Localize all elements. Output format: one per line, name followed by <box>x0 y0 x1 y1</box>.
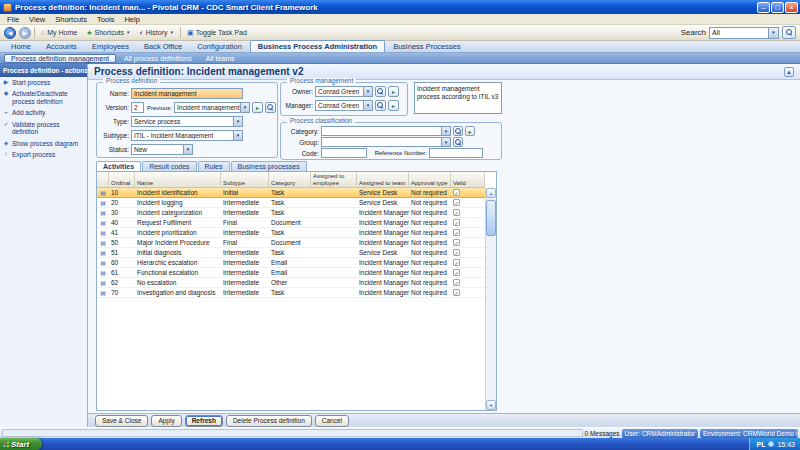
table-row[interactable]: ▤70Investigation and diagnosisIntermedia… <box>97 288 485 298</box>
previous-select[interactable]: Incident management v1 ▼ <box>174 102 250 113</box>
minimize-button[interactable]: – <box>757 2 770 13</box>
menu-shortcuts[interactable]: Shortcuts <box>50 15 92 24</box>
table-row[interactable]: ▤61Functional escalationIntermediateEmai… <box>97 268 485 278</box>
owner-select[interactable]: Conrad Green ▼ <box>315 86 373 97</box>
grid-scrollbar[interactable]: ▲ ▼ <box>485 188 496 410</box>
delete-process-definition-button[interactable]: Delete Process definition <box>226 415 312 427</box>
column-header-approval-type[interactable]: Approval type <box>409 172 451 187</box>
maximize-button[interactable]: □ <box>771 2 784 13</box>
tab-activities[interactable]: Activities <box>96 161 141 171</box>
name-value: Incident management <box>134 90 242 97</box>
check-icon: ✓ <box>453 259 460 266</box>
toggle-task-pad-button[interactable]: ▣ Toggle Task Pad <box>184 28 250 38</box>
sidebar-item-add-activity[interactable]: +Add activity <box>0 107 87 118</box>
column-header-assigned-to-employee[interactable]: Assigned to employee <box>311 172 357 187</box>
subtype-select[interactable]: ITIL - Incident Management ▼ <box>131 130 243 141</box>
status-select[interactable]: New ▼ <box>131 144 193 155</box>
code-input[interactable] <box>321 148 367 158</box>
menu-help[interactable]: Help <box>119 15 144 24</box>
manager-select[interactable]: Conrad Green ▼ <box>315 100 373 111</box>
table-row[interactable]: ▤51Initial diagnosisIntermediateTaskServ… <box>97 248 485 258</box>
sidebar-item-show-process-diagram[interactable]: ◈Show process diagram <box>0 138 87 149</box>
column-header-assigned-to-team[interactable]: Assigned to team <box>357 172 409 187</box>
previous-go-button[interactable]: ▸ <box>252 102 263 113</box>
name-input[interactable]: Incident management <box>131 88 243 99</box>
sidebar-item-export-process[interactable]: ↑Export process <box>0 149 87 160</box>
column-header-ordinal[interactable]: Ordinal <box>109 172 135 187</box>
tab-business-process-administration[interactable]: Business Process Administration <box>250 40 385 52</box>
previous-search-button[interactable] <box>265 102 276 113</box>
history-button[interactable]: ◐ History ▼ <box>137 28 177 37</box>
type-select[interactable]: Service process ▼ <box>131 116 243 127</box>
forward-button[interactable]: ▶ <box>19 27 31 39</box>
table-row[interactable]: ▤10Incident identificationInitialTaskSer… <box>97 188 485 198</box>
scroll-up-icon[interactable]: ▲ <box>486 188 496 198</box>
subtab-all-teams[interactable]: All teams <box>200 54 241 63</box>
column-header-valid[interactable]: Valid <box>451 172 485 187</box>
save-close-button[interactable]: Save & Close <box>95 415 148 427</box>
search-button[interactable] <box>782 26 796 39</box>
reference-number-input[interactable] <box>429 148 483 158</box>
cancel-button[interactable]: Cancel <box>315 415 349 427</box>
sidebar-actions: ▶Start process◆Activate/Deactivate proce… <box>0 77 87 161</box>
scroll-down-icon[interactable]: ▼ <box>486 400 496 410</box>
sidebar-item-start-process[interactable]: ▶Start process <box>0 77 87 88</box>
table-row[interactable]: ▤50Major Incident ProcedureFinalDocument… <box>97 238 485 248</box>
menu-file[interactable]: File <box>2 15 24 24</box>
language-indicator[interactable]: PL <box>757 441 766 448</box>
description-textarea[interactable]: Incident management process according to… <box>414 82 502 114</box>
tab-business-processes[interactable]: Business Processes <box>386 41 468 52</box>
cell-approval: Not required <box>409 188 451 197</box>
group-select[interactable]: ▼ <box>321 137 451 147</box>
subtab-process-definition-management[interactable]: Process definition management <box>4 54 116 63</box>
manager-open-button[interactable]: ▸ <box>388 100 399 111</box>
tab-configuration[interactable]: Configuration <box>190 41 249 52</box>
tab-back-office[interactable]: Back Office <box>137 41 189 52</box>
search-scope-select[interactable]: All ▼ <box>709 27 779 39</box>
owner-search-button[interactable] <box>375 86 386 97</box>
group-search-button[interactable] <box>453 137 463 147</box>
scrollbar-thumb[interactable] <box>486 200 496 236</box>
table-row[interactable]: ▤40Request FulfilmentFinalDocumentIncide… <box>97 218 485 228</box>
clock[interactable]: 15:43 <box>777 441 795 448</box>
version-input[interactable]: 2 <box>131 102 144 113</box>
close-button[interactable]: × <box>785 2 798 13</box>
category-select[interactable]: ▼ <box>321 126 451 136</box>
category-open-button[interactable]: ▸ <box>465 126 475 136</box>
apply-button[interactable]: Apply <box>151 415 181 427</box>
table-row[interactable]: ▤20Incident loggingIntermediateTaskServi… <box>97 198 485 208</box>
column-header-name[interactable]: Name <box>135 172 221 187</box>
refresh-button[interactable]: Refresh <box>185 415 223 427</box>
tab-business-processes[interactable]: Business processes <box>231 161 307 171</box>
manager-search-button[interactable] <box>375 100 386 111</box>
tab-employees[interactable]: Employees <box>85 41 136 52</box>
menu-view[interactable]: View <box>24 15 50 24</box>
owner-open-button[interactable]: ▸ <box>388 86 399 97</box>
collapse-icon[interactable]: ▲ <box>784 67 794 77</box>
table-row[interactable]: ▤30Incident categorizationIntermediateTa… <box>97 208 485 218</box>
sub-tab-strip: Process definition managementAll process… <box>0 53 800 64</box>
shortcuts-button[interactable]: ★ Shortcuts ▼ <box>83 28 133 38</box>
tab-accounts[interactable]: Accounts <box>39 41 84 52</box>
category-search-button[interactable] <box>453 126 463 136</box>
column-header-icon[interactable] <box>97 172 109 187</box>
group-legend: Process classification <box>287 118 355 125</box>
table-row[interactable]: ▤41Incident prioritizationIntermediateTa… <box>97 228 485 238</box>
tab-rules[interactable]: Rules <box>198 161 230 171</box>
tab-home[interactable]: Home <box>4 41 38 52</box>
start-button[interactable]: Start <box>0 438 42 450</box>
sidebar-item-activate-deactivate-process-definition[interactable]: ◆Activate/Deactivate process definition <box>0 88 87 107</box>
back-button[interactable]: ◀ <box>4 27 16 39</box>
tab-result-codes[interactable]: Result codes <box>142 161 196 171</box>
menu-tools[interactable]: Tools <box>92 15 120 24</box>
column-header-category[interactable]: Category <box>269 172 311 187</box>
sidebar-item-validate-process-definition[interactable]: ✓Validate process definition <box>0 119 87 138</box>
type-label: Type: <box>101 118 129 125</box>
tray-status-icon[interactable] <box>768 441 774 447</box>
subtab-all-process-definitions[interactable]: All process definitions <box>118 54 198 63</box>
column-header-subtype[interactable]: Subtype <box>221 172 269 187</box>
table-row[interactable]: ▤60Hierarchic escalationIntermediateEmai… <box>97 258 485 268</box>
messages-count[interactable]: 0 Messages <box>585 430 620 437</box>
table-row[interactable]: ▤62No escalationIntermediateOtherInciden… <box>97 278 485 288</box>
my-home-button[interactable]: ⌂ My Home <box>38 28 80 37</box>
